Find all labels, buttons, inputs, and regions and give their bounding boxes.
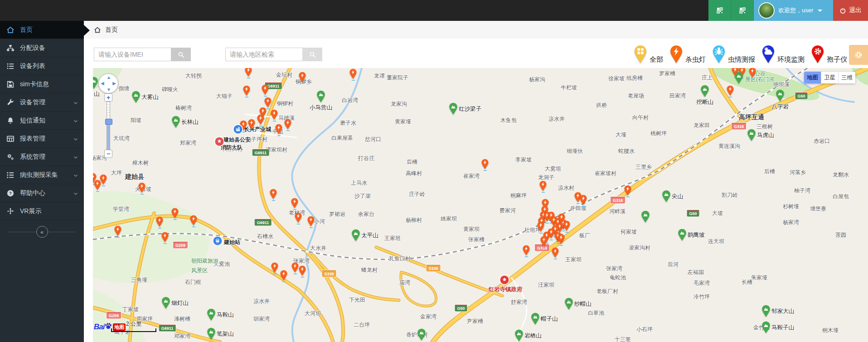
- mountain-pin[interactable]: [776, 89, 785, 102]
- poi-station-icon[interactable]: [213, 237, 222, 245]
- area-search-input[interactable]: [225, 48, 302, 61]
- sidebar-item-6[interactable]: 短信通知: [0, 112, 84, 130]
- device-pin[interactable]: [156, 216, 164, 227]
- device-pin[interactable]: [264, 97, 272, 108]
- device-pin[interactable]: [248, 119, 256, 130]
- device-pin[interactable]: [624, 185, 632, 196]
- device-pin[interactable]: [190, 215, 198, 226]
- device-pin[interactable]: [114, 225, 122, 236]
- poi-industry-icon[interactable]: [234, 125, 242, 134]
- pan-left-icon[interactable]: ◀: [101, 81, 104, 86]
- mountain-pin[interactable]: [207, 308, 216, 321]
- mountain-pin[interactable]: [161, 297, 170, 309]
- mountain-pin[interactable]: [131, 91, 141, 103]
- device-pin[interactable]: [307, 216, 315, 227]
- legend-item-3[interactable]: 虫情测报: [712, 45, 755, 64]
- device-pin[interactable]: [291, 198, 299, 209]
- mountain-pin[interactable]: [734, 72, 743, 84]
- mountain-pin[interactable]: [662, 190, 671, 203]
- legend-item-2[interactable]: 杀虫灯: [669, 45, 706, 64]
- legend-item-1[interactable]: 全部: [634, 45, 663, 64]
- mountain-pin[interactable]: [417, 328, 426, 341]
- sidebar-item-10[interactable]: ?帮助中心: [0, 184, 84, 202]
- legend-item-5[interactable]: 孢子仪: [811, 45, 847, 64]
- device-pin[interactable]: [100, 174, 107, 185]
- device-pin[interactable]: [580, 195, 587, 205]
- device-pin[interactable]: [262, 84, 269, 95]
- sidebar-item-2[interactable]: 分配设备: [0, 39, 84, 57]
- device-pin[interactable]: [558, 234, 565, 244]
- device-pin[interactable]: [138, 182, 146, 193]
- mountain-pin[interactable]: [761, 305, 771, 318]
- device-pin[interactable]: [540, 236, 548, 247]
- mountain-pin[interactable]: [449, 103, 458, 115]
- imei-search-input[interactable]: [94, 48, 171, 61]
- mountain-pin[interactable]: [514, 329, 524, 342]
- device-pin[interactable]: [271, 262, 279, 273]
- imei-search-button[interactable]: [171, 48, 191, 61]
- map-type-卫星[interactable]: 卫星: [821, 72, 839, 83]
- zoom-in-button[interactable]: +: [104, 93, 112, 102]
- device-pin[interactable]: [552, 247, 559, 258]
- poi-fire-icon[interactable]: [215, 137, 224, 146]
- mountain-pin[interactable]: [351, 229, 360, 242]
- mountain-pin[interactable]: [207, 327, 216, 340]
- device-pin[interactable]: [280, 270, 288, 281]
- sidebar-item-4[interactable]: sim卡信息: [0, 75, 84, 93]
- device-pin[interactable]: [295, 212, 302, 223]
- device-pin[interactable]: [299, 265, 306, 276]
- qr-button-2[interactable]: [731, 0, 754, 21]
- mountain-pin[interactable]: [761, 321, 771, 334]
- collapse-button[interactable]: «: [36, 226, 48, 238]
- device-pin[interactable]: [284, 119, 292, 130]
- sidebar-item-7[interactable]: 报表管理: [0, 130, 84, 148]
- user-menu[interactable]: 欢迎您，user: [754, 0, 833, 21]
- device-pin[interactable]: [161, 232, 169, 243]
- mountain-pin[interactable]: [641, 210, 650, 223]
- device-pin[interactable]: [349, 68, 357, 79]
- device-pin[interactable]: [539, 181, 547, 191]
- pan-up-icon[interactable]: ▲: [107, 75, 111, 80]
- device-pin[interactable]: [727, 85, 734, 96]
- mountain-pin[interactable]: [678, 229, 687, 241]
- poi-gov-icon[interactable]: [500, 276, 509, 284]
- device-pin[interactable]: [299, 72, 306, 83]
- zoom-slider-handle[interactable]: [105, 119, 112, 125]
- pan-right-icon[interactable]: ▶: [112, 81, 116, 86]
- map-type-三维[interactable]: 三维: [839, 72, 855, 83]
- device-pin[interactable]: [537, 221, 545, 232]
- device-pin[interactable]: [270, 189, 277, 200]
- device-pin[interactable]: [171, 208, 179, 219]
- pan-down-icon[interactable]: ▼: [107, 87, 111, 92]
- mountain-pin[interactable]: [171, 116, 180, 128]
- qr-button-1[interactable]: [708, 0, 731, 21]
- mountain-pin[interactable]: [564, 298, 573, 310]
- device-pin[interactable]: [481, 159, 489, 170]
- zoom-out-button[interactable]: −: [104, 150, 112, 158]
- device-pin[interactable]: [523, 245, 530, 256]
- logout-button[interactable]: 退出: [833, 0, 868, 21]
- sidebar-item-1[interactable]: 首页: [0, 21, 84, 39]
- mountain-pin[interactable]: [700, 85, 709, 98]
- sidebar-item-11[interactable]: VR展示: [0, 202, 84, 220]
- sidebar-item-3[interactable]: 设备列表: [0, 57, 84, 75]
- legend-item-4[interactable]: 环境监测: [761, 45, 805, 64]
- map-pan-control[interactable]: ▲ ▼ ◀ ▶: [98, 73, 118, 93]
- sidebar-item-9[interactable]: 病虫测报采集: [0, 166, 84, 184]
- device-pin[interactable]: [271, 109, 278, 120]
- mountain-pin[interactable]: [747, 129, 756, 142]
- sidebar-item-8[interactable]: 系统管理: [0, 148, 84, 166]
- device-pin[interactable]: [257, 114, 265, 125]
- device-pin[interactable]: [291, 262, 299, 273]
- device-pin[interactable]: [243, 85, 251, 96]
- mountain-pin[interactable]: [531, 313, 540, 325]
- mountain-pin[interactable]: [316, 90, 325, 103]
- map-canvas[interactable]: 地图卫星三维 ▲ ▼ ◀ ▶ + − Bai 地图 2 公里 大转拐金坛村铜锣乡…: [93, 68, 868, 342]
- map-type-地图[interactable]: 地图: [804, 72, 821, 83]
- device-pin[interactable]: [563, 220, 571, 231]
- settings-button[interactable]: [849, 45, 868, 65]
- mountain-pin[interactable]: [93, 77, 98, 89]
- area-search-button[interactable]: [302, 48, 322, 61]
- sidebar-item-5[interactable]: 设备管理: [0, 93, 84, 112]
- device-pin[interactable]: [245, 68, 252, 77]
